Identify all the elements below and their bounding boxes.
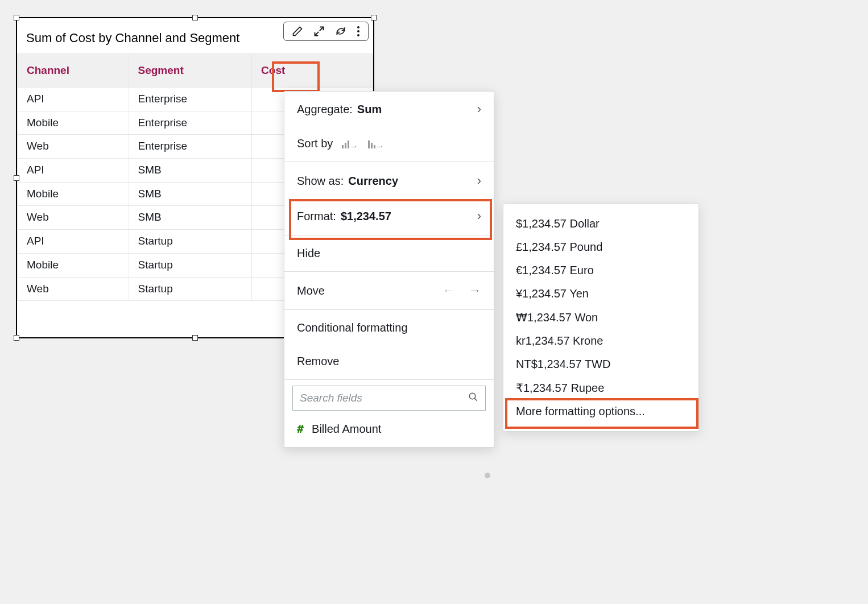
showas-label: Show as: [297,175,344,188]
format-value: $1,234.57 [341,210,391,223]
table-cell: SMB [129,182,252,206]
edit-icon[interactable] [292,26,303,37]
format-option-won[interactable]: ₩1,234.57 Won [503,305,698,329]
table-cell: Enterprise [129,88,252,111]
condfmt-label: Conditional formatting [297,321,408,334]
resize-handle[interactable] [371,15,377,20]
menu-separator [284,235,494,235]
table-cell: Mobile [18,253,129,277]
table-cell: Startup [129,253,252,277]
menu-separator [284,309,494,310]
expand-icon[interactable] [313,26,325,37]
svg-rect-7 [371,143,373,148]
menu-item-showas[interactable]: Show as: Currency › [284,163,494,198]
menu-separator [284,379,494,380]
column-header-channel[interactable]: Channel [18,54,129,88]
number-icon: # [297,422,304,436]
aggregate-label: Aggregate: [297,103,353,116]
column-context-menu: Aggregate: Sum › Sort by Show as: Curren… [284,91,494,448]
column-header-segment[interactable]: Segment [129,54,252,88]
menu-separator [284,271,494,272]
menu-separator [284,162,494,162]
remove-label: Remove [297,355,339,368]
format-option-rupee[interactable]: ₹1,234.57 Rupee [503,376,698,400]
search-placeholder: Search fields [300,392,362,404]
svg-point-1 [357,30,359,32]
svg-rect-6 [368,140,370,148]
scrollbar-indicator [485,473,490,478]
menu-item-hide[interactable]: Hide [284,237,494,270]
svg-rect-8 [374,145,375,148]
table-cell: API [18,159,129,183]
search-fields-input[interactable]: Search fields [292,386,486,411]
sort-asc-icon[interactable] [342,138,358,150]
resize-handle[interactable] [14,15,19,20]
format-option-yen[interactable]: ¥1,234.57 Yen [503,282,698,305]
sort-desc-icon[interactable] [368,138,384,150]
menu-item-move[interactable]: Move ← → [284,273,494,308]
table-cell: API [18,88,129,111]
svg-rect-5 [348,140,349,148]
table-cell: API [18,230,129,254]
svg-rect-4 [345,143,346,148]
more-icon[interactable] [357,26,360,37]
hide-label: Hide [297,247,320,260]
aggregate-value: Sum [357,103,382,116]
table-cell: Web [18,135,129,159]
table-cell: Enterprise [129,111,252,135]
field-option[interactable]: # Billed Amount [284,411,494,436]
chevron-right-icon: › [477,209,481,224]
format-option-dollar[interactable]: $1,234.57 Dollar [503,212,698,235]
arrow-right-icon[interactable]: → [469,283,481,298]
search-icon [468,392,478,405]
format-option-euro[interactable]: €1,234.57 Euro [503,259,698,282]
svg-point-0 [357,26,359,28]
table-cell: Mobile [18,182,129,206]
format-option-twd[interactable]: NT$1,234.57 TWD [503,353,698,376]
svg-point-9 [469,393,476,399]
chevron-right-icon: › [477,173,481,188]
resize-handle[interactable] [192,15,198,20]
visual-toolbar [283,22,369,41]
table-cell: SMB [129,159,252,183]
move-label: Move [297,284,325,297]
table-cell: Enterprise [129,135,252,159]
format-option-more[interactable]: More formatting options... [503,400,698,423]
menu-item-aggregate[interactable]: Aggregate: Sum › [284,92,494,127]
column-header-cost[interactable]: Cost [252,54,373,88]
table-cell: Mobile [18,111,129,135]
chevron-right-icon: › [477,102,481,117]
table-cell: Startup [129,230,252,254]
table-cell: SMB [129,206,252,230]
showas-value: Currency [348,175,398,188]
menu-item-format[interactable]: Format: $1,234.57 › [284,198,494,234]
svg-point-2 [357,34,359,36]
resize-handle[interactable] [192,335,198,341]
svg-rect-3 [342,145,344,148]
sortby-label: Sort by [297,137,333,150]
table-cell: Startup [129,277,252,301]
menu-item-sortby[interactable]: Sort by [284,127,494,160]
table-cell: Web [18,277,129,301]
format-submenu: $1,234.57 Dollar £1,234.57 Pound €1,234.… [503,204,699,432]
resize-handle[interactable] [14,175,19,181]
format-option-krone[interactable]: kr1,234.57 Krone [503,329,698,353]
resize-handle[interactable] [14,335,19,341]
field-label: Billed Amount [312,423,381,436]
menu-item-conditional-formatting[interactable]: Conditional formatting [284,311,494,345]
arrow-left-icon[interactable]: ← [443,283,455,298]
refresh-icon[interactable] [335,26,346,37]
menu-item-remove[interactable]: Remove [284,345,494,378]
format-option-pound[interactable]: £1,234.57 Pound [503,235,698,259]
table-cell: Web [18,206,129,230]
format-label: Format: [297,210,336,223]
